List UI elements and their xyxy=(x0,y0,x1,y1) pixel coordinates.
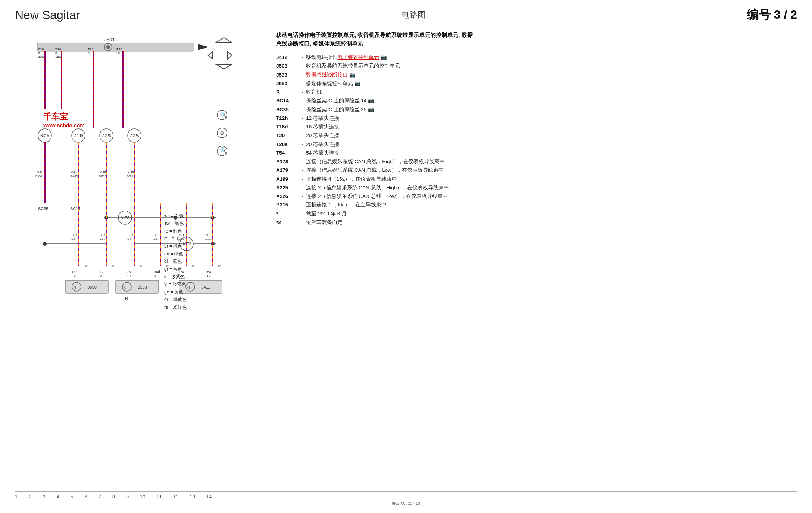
diagram-area: 千车宝 www.ncbdo.com J533 xyxy=(15,31,261,510)
nav-up[interactable] xyxy=(216,38,231,42)
svg-text:9: 9 xyxy=(154,274,156,278)
svg-text:T16d: T16d xyxy=(152,270,160,274)
svg-text:or/br: or/br xyxy=(99,174,106,178)
svg-text:◁: ◁ xyxy=(187,285,190,289)
page-header: New Sagitar 电路图 编号 3 / 2 xyxy=(0,0,812,27)
legend-row-star2: *2 - 依汽车装备而定 xyxy=(276,219,797,226)
svg-text:0.35: 0.35 xyxy=(128,233,134,237)
svg-text:20: 20 xyxy=(116,51,120,55)
circuit-svg: J533 xyxy=(15,35,246,345)
page-number: 编号 3 / 2 xyxy=(747,7,797,23)
svg-text:sw/vi: sw/vi xyxy=(70,174,78,178)
svg-text:🔍: 🔍 xyxy=(220,111,227,118)
svg-text:A225: A225 xyxy=(130,134,139,138)
legend-row-j650: J650 - 多媒体系统控制单元 📷 xyxy=(276,80,797,87)
svg-text:◁: ◁ xyxy=(73,285,76,289)
svg-text:or/vi: or/vi xyxy=(99,237,105,241)
svg-text:T20: T20 xyxy=(116,47,122,51)
svg-text:0.35: 0.35 xyxy=(100,233,106,237)
footer-numbers: 1 2 3 4 5 6 7 8 9 10 11 12 13 14 xyxy=(15,491,797,500)
svg-text:n: n xyxy=(55,51,57,55)
svg-text:T12h: T12h xyxy=(72,270,79,274)
svg-text:or/vi: or/vi xyxy=(205,237,212,241)
svg-text:T54: T54 xyxy=(205,270,211,274)
color-code-bl: bl = 蓝色 xyxy=(164,258,187,265)
color-code-gr: gr = 灰色 xyxy=(164,265,187,273)
svg-text:0.35: 0.35 xyxy=(206,233,213,237)
zoom-in-icon[interactable]: 🔍 xyxy=(217,110,227,120)
diagram-description: 移动电话操作电子装置控制单元, 收音机及导航系统带显示单元的控制单元, 数据 总… xyxy=(276,31,530,48)
svg-text:T20: T20 xyxy=(88,47,94,51)
svg-text:0.5: 0.5 xyxy=(37,170,42,174)
svg-text:t2: t2 xyxy=(192,264,195,268)
svg-marker-6 xyxy=(216,38,231,42)
footer-num-5: 5 xyxy=(71,494,73,500)
legend-row-sc35: SC35 - 保险丝架 C 上的保险丝 35 📷 xyxy=(276,106,797,114)
svg-text:B315: B315 xyxy=(40,134,49,138)
footer-num-13: 13 xyxy=(190,494,195,500)
legend-row-t20a: T20a - 20 芯插头连接 xyxy=(276,141,797,148)
svg-text:🔍: 🔍 xyxy=(220,147,227,154)
svg-text:17: 17 xyxy=(207,274,210,278)
diagram-type: 电路图 xyxy=(401,9,426,21)
svg-text:or/br: or/br xyxy=(71,237,78,241)
svg-text:0.35: 0.35 xyxy=(154,233,160,237)
zoom-out-icon[interactable]: 🔍 xyxy=(217,146,227,156)
footer-num-9: 9 xyxy=(126,494,129,500)
footer-num-1: 1 xyxy=(15,494,18,500)
legend-row-b315: B315 - 正极连接 1（30a），在主导线束中 xyxy=(276,201,797,209)
svg-text:J503: J503 xyxy=(138,285,147,289)
svg-text:A178: A178 xyxy=(121,216,129,220)
svg-rect-114 xyxy=(116,280,159,293)
svg-text:or/br: or/br xyxy=(127,237,134,241)
legend-row-a179: A179 - 连接（信息娱乐系统 CAN 总线，Low），在仪表板导线束中 xyxy=(276,167,797,174)
svg-text:J533: J533 xyxy=(104,37,114,43)
footer-code: 6KS-003207 13 xyxy=(15,501,797,506)
legend-row-t20: T20 - 20 芯插头连接 xyxy=(276,132,797,139)
nav-left[interactable] xyxy=(208,52,213,59)
color-code-or: or = 橘黄色 xyxy=(164,296,187,303)
nav-down[interactable] xyxy=(216,65,231,69)
legend-row-a225: A225 - 连接 2（信息娱乐系统 CAN 总线，High），在仪表板导线束中 xyxy=(276,184,797,192)
svg-text:R: R xyxy=(125,296,128,301)
footer-num-12: 12 xyxy=(173,494,178,500)
svg-text:SC35: SC35 xyxy=(38,206,49,211)
svg-text:t2: t2 xyxy=(85,264,88,268)
zoom-fit-icon[interactable]: ⊕ xyxy=(217,128,227,138)
svg-text:10: 10 xyxy=(127,274,131,278)
svg-text:0.35: 0.35 xyxy=(72,233,78,237)
svg-text:or/vi: or/vi xyxy=(127,174,133,178)
svg-rect-110 xyxy=(65,280,108,293)
nav-right[interactable] xyxy=(228,52,232,59)
color-code-ro: ro = 红色 xyxy=(164,227,187,235)
footer-num-14: 14 xyxy=(206,494,212,500)
legend-row-r: R - 收音机 xyxy=(276,88,797,96)
svg-marker-7 xyxy=(208,52,213,59)
svg-text:t2: t2 xyxy=(140,264,143,268)
svg-text:0.5: 0.5 xyxy=(71,170,76,174)
svg-text:A226: A226 xyxy=(102,134,111,138)
svg-text:T20: T20 xyxy=(55,47,61,51)
svg-text:T20: T20 xyxy=(38,47,44,51)
footer-num-3: 3 xyxy=(43,494,45,500)
svg-text:A199: A199 xyxy=(74,134,83,138)
svg-text:J412: J412 xyxy=(202,285,210,289)
svg-text:n: n xyxy=(38,51,40,55)
legend-row-j412: J412 - 移动电话操作电子装置控制单元 📷 xyxy=(276,54,797,61)
svg-text:15a: 15a xyxy=(55,55,61,59)
svg-text:◁: ◁ xyxy=(123,285,126,289)
svg-text:or/vi: or/vi xyxy=(153,237,159,241)
svg-text:v8: v8 xyxy=(100,274,104,278)
color-code-gn: gn = 绿色 xyxy=(164,250,187,258)
color-code-sw: sw = 黑色 xyxy=(164,220,187,227)
color-code-ws: ws = 白色 xyxy=(164,212,187,220)
circuit-diagram: J533 xyxy=(15,35,246,341)
svg-text:rt/ge: rt/ge xyxy=(35,174,42,178)
footer-num-11: 11 xyxy=(157,494,162,500)
color-code-br: br = 棕色 xyxy=(164,242,187,250)
footer-num-4: 4 xyxy=(57,494,59,500)
legend-row-t16d: T16d - 16 芯插头连接 xyxy=(276,123,797,131)
legend-row-t54: T54 - 54 芯插头连接 xyxy=(276,149,797,157)
color-code-vi: vi = 淡紫色 xyxy=(164,280,187,288)
legend-row-j503: J503 - 收音机及导航系统带显示单元的控制单元 xyxy=(276,62,797,70)
